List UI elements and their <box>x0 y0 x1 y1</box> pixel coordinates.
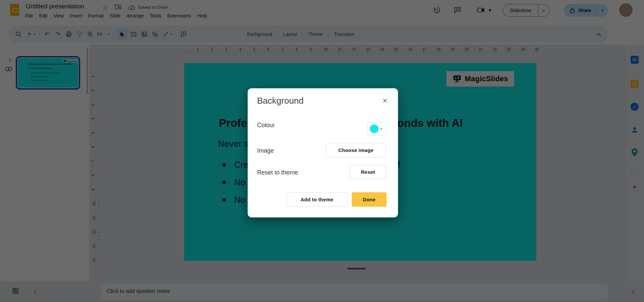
reset-to-theme-label: Reset to theme <box>257 169 298 176</box>
reset-button[interactable]: Reset <box>349 165 387 179</box>
close-icon[interactable]: × <box>380 96 390 106</box>
done-button[interactable]: Done <box>352 192 387 207</box>
colour-swatch <box>370 124 379 133</box>
colour-caret-icon: ▾ <box>381 127 382 131</box>
choose-image-button[interactable]: Choose image <box>326 143 386 157</box>
colour-label: Colour <box>257 122 275 129</box>
background-dialog: Background × Colour ▾ Image Choose image… <box>248 88 398 217</box>
colour-picker-button[interactable]: ▾ <box>367 122 387 136</box>
google-slides-app: Untitled presentation ☆ Saved to Drive F… <box>0 0 644 302</box>
add-to-theme-button[interactable]: Add to theme <box>287 192 347 207</box>
dialog-title: Background <box>257 96 304 106</box>
image-label: Image <box>257 147 274 154</box>
